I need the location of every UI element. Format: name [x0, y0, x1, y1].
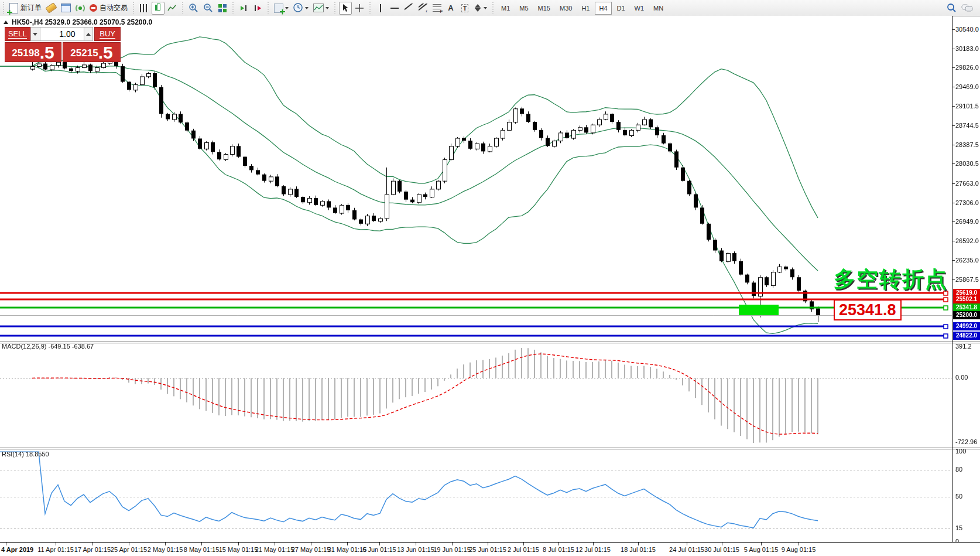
signals-button[interactable] — [74, 2, 87, 15]
volume-increase-button[interactable] — [84, 27, 94, 41]
volume-input[interactable] — [40, 27, 84, 41]
price-axis-tickmark — [952, 145, 955, 145]
chart-shift-icon — [253, 4, 262, 12]
crosshair-tool-button[interactable] — [353, 2, 366, 15]
toolbar-right-group — [944, 2, 975, 15]
terminal-window: 新订单 自动交易 — [0, 0, 980, 556]
time-axis-label: 15 May 01:15 — [219, 546, 258, 553]
buy-price-fraction: .5 — [98, 44, 113, 62]
templates-button[interactable] — [311, 2, 331, 15]
price-axis-tickmark — [952, 67, 955, 68]
zoom-in-button[interactable] — [187, 2, 200, 15]
time-axis[interactable]: 4 Apr 201911 Apr 01:1517 Apr 01:1525 Apr… — [0, 542, 980, 556]
vertical-line-tool-button[interactable] — [374, 2, 387, 15]
line-chart-icon — [167, 4, 177, 12]
price-axis-tickmark — [952, 183, 955, 184]
fibonacci-letter: F — [440, 9, 443, 14]
timeframe-button-d1[interactable]: D1 — [613, 2, 629, 15]
autotrade-stop-icon — [90, 4, 97, 12]
toolbar-separator — [132, 2, 135, 14]
time-axis-label: 2 Jul 01:15 — [508, 546, 539, 553]
time-axis-tickmark — [275, 543, 275, 545]
auto-scroll-icon — [239, 4, 248, 12]
price-axis-tickmark — [952, 29, 955, 30]
crosshair-icon — [355, 4, 364, 13]
time-axis-label: 25 Apr 01:15 — [111, 546, 147, 553]
horizontal-line-tool-button[interactable] — [388, 2, 401, 15]
indicators-button[interactable] — [272, 2, 290, 15]
channel-tool-button[interactable]: E — [416, 2, 429, 15]
main-chart-canvas[interactable] — [0, 16, 952, 342]
autotrade-label: 自动交易 — [100, 3, 128, 13]
price-axis-tickmark — [952, 203, 955, 203]
autotrade-button[interactable]: 自动交易 — [88, 2, 129, 15]
timeframe-button-m30[interactable]: M30 — [556, 2, 576, 15]
buy-price-button[interactable]: 25215 .5 — [63, 42, 121, 62]
timeframe-button-h1[interactable]: H1 — [577, 2, 594, 15]
time-axis-label: 24 Jul 01:15 — [669, 546, 704, 553]
level-price-tag: 24992.0 — [953, 322, 980, 330]
timeframe-button-w1[interactable]: W1 — [631, 2, 649, 15]
market-watch-button[interactable] — [59, 2, 73, 15]
key-level-price-label[interactable]: 25341.8 — [834, 299, 902, 320]
auto-scroll-button[interactable] — [237, 2, 250, 15]
time-axis-label: 19 Jun 01:15 — [433, 546, 471, 553]
periods-button[interactable] — [292, 2, 310, 15]
volume-decrease-button[interactable] — [30, 27, 40, 41]
chart-shift-button[interactable] — [251, 2, 264, 15]
crayon-button[interactable] — [44, 2, 58, 15]
trendline-tool-button[interactable] — [402, 2, 415, 15]
candlestick-chart-button[interactable] — [152, 2, 165, 15]
sell-price-main: 25198 — [12, 47, 39, 62]
price-axis-tick: 29101.5 — [955, 103, 980, 110]
bar-chart-button[interactable] — [138, 2, 150, 15]
timeframe-button-m5[interactable]: M5 — [515, 2, 532, 15]
zoom-out-button[interactable] — [201, 2, 215, 15]
sell-button[interactable]: SELL — [5, 27, 30, 41]
timeframe-button-m1[interactable]: M1 — [497, 2, 514, 15]
arrows-tool-button[interactable] — [472, 2, 489, 15]
macd-axis-bottom: -722.96 — [955, 438, 980, 445]
time-axis-tickmark — [761, 543, 762, 545]
level-price-tag: 25502.1 — [953, 295, 980, 303]
pane-separator[interactable] — [0, 342, 980, 343]
cursor-icon — [342, 4, 349, 12]
text-tool-button[interactable]: A — [444, 2, 457, 15]
candlestick-icon — [154, 4, 162, 12]
toolbar-handle — [2, 2, 5, 14]
macd-axis-zero: 0.00 — [955, 374, 980, 381]
search-button[interactable] — [945, 2, 958, 15]
crayon-icon — [45, 2, 57, 13]
new-order-button[interactable]: 新订单 — [8, 2, 43, 15]
timeframe-button-m15[interactable]: M15 — [534, 2, 554, 15]
timeframe-button-h4[interactable]: H4 — [595, 2, 611, 15]
line-chart-button[interactable] — [166, 2, 179, 15]
new-order-label: 新订单 — [20, 3, 42, 13]
time-axis-tickmark — [165, 543, 166, 545]
buy-button[interactable]: BUY — [94, 27, 121, 41]
fibonacci-tool-button[interactable]: F — [430, 2, 443, 15]
collapse-arrow-icon[interactable] — [4, 21, 8, 24]
time-axis-tickmark — [416, 543, 416, 545]
tile-windows-button[interactable] — [216, 2, 229, 15]
turning-point-annotation[interactable]: 多空转折点 — [834, 265, 948, 294]
time-axis-label: 9 Aug 01:15 — [782, 546, 816, 553]
time-axis-label: 30 Jul 01:15 — [704, 546, 739, 553]
rsi-canvas[interactable] — [0, 450, 952, 542]
chat-icon — [961, 4, 973, 13]
cursor-tool-button[interactable] — [339, 2, 352, 15]
price-axis-tick: 30183.0 — [955, 45, 980, 52]
timeframe-button-mn[interactable]: MN — [649, 2, 667, 15]
toolbar-separator — [181, 2, 184, 14]
macd-canvas[interactable] — [0, 343, 952, 448]
time-axis-tickmark — [558, 543, 559, 545]
toolbar-separator — [266, 2, 270, 14]
rsi-axis-tick: 15 — [955, 524, 980, 531]
pane-separator[interactable] — [0, 448, 980, 449]
chat-button[interactable] — [960, 2, 975, 15]
text-label-tool-button[interactable]: T — [458, 2, 471, 15]
arrows-icon — [474, 4, 482, 12]
sell-price-button[interactable]: 25198 .5 — [5, 42, 61, 62]
time-axis-tickmark — [687, 543, 687, 545]
price-axis-tickmark — [952, 260, 955, 261]
